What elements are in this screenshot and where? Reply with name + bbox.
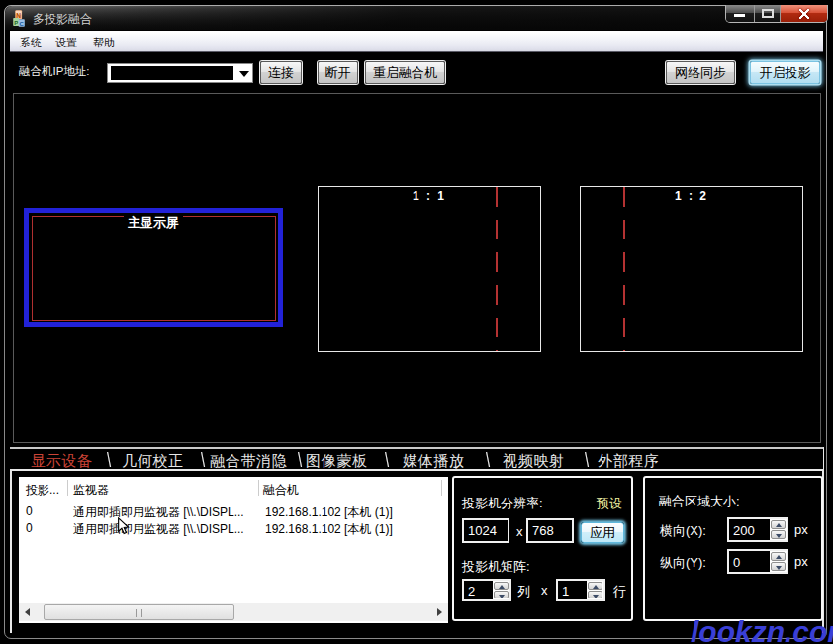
svg-text:N: N <box>16 12 21 19</box>
svg-text:P: P <box>14 20 18 26</box>
svg-text:C: C <box>20 21 25 27</box>
